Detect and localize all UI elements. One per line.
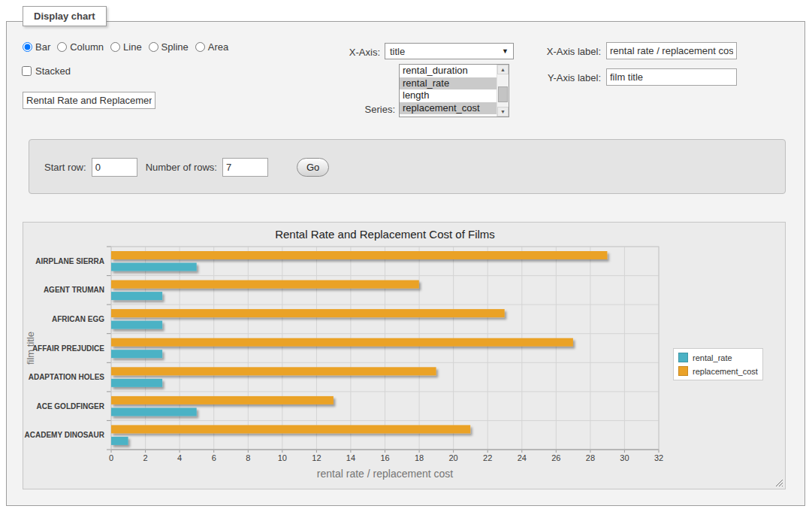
page: { "panel": { "title": "Display chart" },… (0, 0, 812, 512)
x-tick-label: 18 (415, 453, 424, 462)
bar-rental_rate (111, 263, 197, 271)
go-button[interactable]: Go (297, 158, 329, 177)
bar-replacement_cost (111, 251, 607, 259)
x-tick-label: 0 (109, 453, 113, 462)
chart-type-option-bar[interactable]: Bar (23, 41, 50, 53)
y-axis-title: film title (25, 332, 36, 365)
bar-replacement_cost (111, 338, 573, 347)
category-label: AGENT TRUMAN (44, 286, 104, 294)
bar-replacement_cost (111, 367, 436, 375)
chart-type-option-line[interactable]: Line (110, 41, 142, 53)
stacked-label: Stacked (35, 65, 71, 77)
bar-rental_rate (111, 350, 162, 358)
series-option-length[interactable]: length (400, 89, 509, 102)
x-axis-selected-value: title (390, 46, 405, 57)
bar-rental_rate (111, 321, 162, 329)
chart-type-radio-area[interactable] (195, 42, 205, 52)
chart-container: 02468101214161820222426283032AIRPLANE SI… (23, 222, 786, 489)
scroll-down-icon[interactable]: ▼ (497, 107, 509, 117)
x-tick-label: 12 (312, 453, 321, 462)
x-tick-label: 8 (246, 453, 250, 462)
stacked-checkbox[interactable] (22, 66, 32, 76)
chart-type-label: Spline (161, 41, 189, 53)
chart-canvas: 02468101214161820222426283032AIRPLANE SI… (23, 223, 785, 489)
x-axis-label-caption: X-Axis label: (537, 46, 601, 57)
x-tick-label: 6 (212, 453, 216, 462)
category-label: AIRPLANE SIERRA (35, 257, 104, 265)
x-axis-select[interactable]: title ▼ (385, 43, 514, 59)
chart-type-radio-spline[interactable] (149, 42, 158, 52)
row-range-controls: Start row: Number of rows: Go (44, 158, 329, 177)
legend-swatch (678, 366, 688, 376)
x-tick-label: 16 (380, 453, 389, 462)
chart-type-group: BarColumnLineSplineArea (23, 41, 228, 53)
chart-type-radio-bar[interactable] (23, 42, 32, 52)
series-option-rental_rate[interactable]: rental_rate (400, 77, 509, 90)
chart-title: Rental Rate and Replacement Cost of Film… (275, 228, 495, 241)
chart-type-label: Line (123, 41, 142, 53)
legend-item-replacement_cost: replacement_cost (678, 366, 758, 376)
category-label: ADAPTATION HOLES (29, 373, 105, 381)
chart-type-label: Column (70, 41, 104, 53)
category-label: ACE GOLDFINGER (36, 402, 104, 411)
chart-type-radio-column[interactable] (57, 42, 67, 52)
scroll-up-icon[interactable]: ▲ (497, 65, 509, 74)
chart-type-label: Bar (35, 41, 50, 53)
chart-type-option-spline[interactable]: Spline (149, 41, 189, 53)
legend-label: replacement_cost (693, 367, 758, 376)
bar-rental_rate (111, 292, 162, 300)
x-tick-label: 22 (483, 453, 492, 462)
fieldset-legend: Display chart (23, 6, 107, 26)
number-of-rows-input[interactable] (222, 158, 268, 177)
bar-replacement_cost (111, 309, 505, 317)
x-axis-title: rental rate / replacement cost (317, 468, 453, 480)
bar-replacement_cost (111, 280, 419, 289)
series-option-rental_duration[interactable]: rental_duration (400, 65, 509, 77)
bar-rental_rate (111, 437, 128, 445)
chart-type-option-area[interactable]: Area (195, 41, 228, 53)
x-tick-label: 4 (177, 453, 182, 462)
x-axis-select-label: X-Axis: (331, 47, 380, 58)
x-tick-label: 2 (143, 453, 148, 462)
chart-legend: rental_ratereplacement_cost (673, 348, 763, 380)
chevron-down-icon: ▼ (502, 47, 509, 55)
bar-replacement_cost (111, 396, 334, 404)
start-row-label: Start row: (44, 162, 86, 173)
row-range-box: Start row: Number of rows: Go (29, 139, 786, 194)
x-tick-label: 26 (551, 453, 560, 462)
category-label: AFRICAN EGG (52, 315, 104, 323)
series-listbox[interactable]: rental_durationrental_ratelengthreplacem… (399, 64, 509, 117)
stacked-row: Stacked (22, 65, 71, 77)
legend-item-rental_rate: rental_rate (678, 353, 758, 362)
resize-handle-icon[interactable] (774, 478, 783, 487)
category-label: ACADEMY DINOSAUR (25, 431, 105, 439)
category-label: AFFAIR PREJUDICE (32, 344, 104, 353)
start-row-input[interactable] (92, 158, 137, 177)
scrollbar-thumb[interactable] (498, 86, 508, 102)
y-axis-label-caption: Y-Axis label: (537, 72, 601, 83)
fieldset-legend-text: Display chart (34, 11, 95, 22)
x-axis-label-input[interactable] (606, 42, 737, 59)
x-tick-label: 20 (448, 453, 457, 462)
bar-rental_rate (111, 379, 162, 387)
chart-type-label: Area (208, 41, 228, 53)
x-tick-label: 32 (654, 453, 663, 462)
chart-type-radio-line[interactable] (110, 42, 120, 52)
series-scrollbar[interactable]: ▲ ▼ (497, 65, 509, 117)
x-tick-label: 24 (518, 453, 527, 462)
series-select-label: Series: (331, 104, 395, 115)
legend-label: rental_rate (693, 353, 732, 362)
bar-replacement_cost (111, 425, 470, 433)
legend-swatch (678, 353, 688, 362)
x-tick-label: 30 (620, 453, 629, 462)
x-tick-label: 28 (586, 453, 595, 462)
number-of-rows-label: Number of rows: (146, 162, 217, 173)
bar-rental_rate (111, 407, 197, 416)
chart-title-input[interactable] (23, 92, 155, 109)
series-listbox-items: rental_durationrental_ratelengthreplacem… (400, 65, 509, 114)
series-option-replacement_cost[interactable]: replacement_cost (400, 102, 509, 115)
chart-type-option-column[interactable]: Column (57, 41, 104, 53)
x-tick-label: 10 (278, 453, 287, 462)
y-axis-label-input[interactable] (606, 68, 737, 86)
x-tick-label: 14 (346, 453, 355, 462)
